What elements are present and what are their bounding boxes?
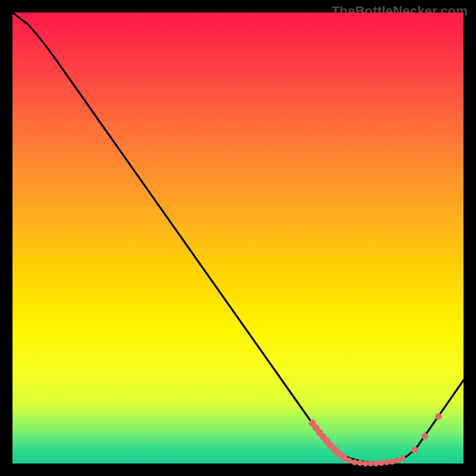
- marker-left-cluster: [309, 419, 348, 462]
- svg-point-13: [362, 461, 368, 466]
- svg-point-18: [389, 459, 395, 465]
- svg-point-12: [357, 460, 363, 466]
- svg-point-15: [373, 461, 379, 466]
- svg-point-10: [346, 458, 352, 464]
- svg-point-19: [394, 458, 400, 464]
- svg-point-11: [352, 459, 358, 465]
- svg-point-21: [412, 447, 418, 453]
- marker-bottom-cluster: [346, 456, 406, 466]
- chart-stage: TheBottleNecker.com: [0, 0, 476, 476]
- svg-point-22: [422, 433, 428, 440]
- bottleneck-curve-line: [12, 12, 464, 463]
- svg-point-16: [378, 460, 384, 466]
- svg-point-17: [384, 459, 390, 465]
- svg-point-14: [368, 461, 374, 466]
- svg-point-20: [400, 456, 406, 462]
- svg-point-23: [436, 414, 442, 420]
- plot-svg: [12, 12, 464, 464]
